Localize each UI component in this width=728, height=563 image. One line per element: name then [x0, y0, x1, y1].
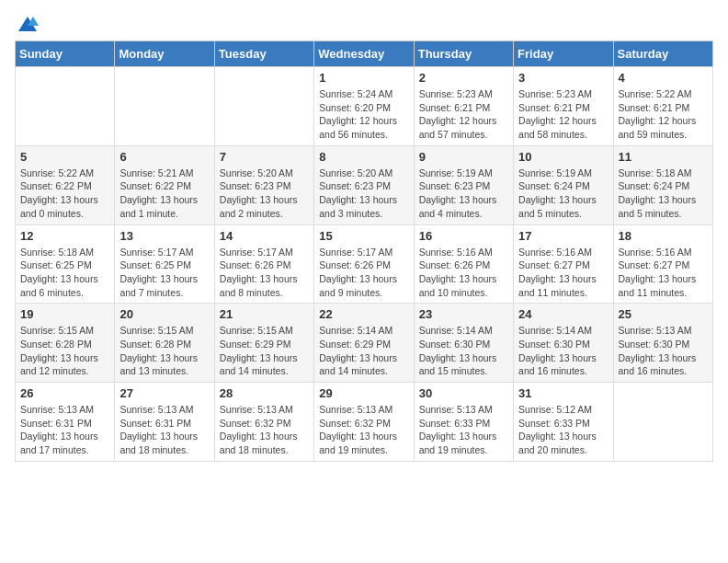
day-info: Sunrise: 5:17 AM Sunset: 6:25 PM Dayligh… — [119, 246, 209, 300]
day-info: Sunrise: 5:22 AM Sunset: 6:21 PM Dayligh… — [619, 87, 708, 142]
day-info: Sunrise: 5:13 AM Sunset: 6:30 PM Dayligh… — [619, 324, 708, 378]
calendar-header-thursday: Thursday — [414, 41, 513, 67]
day-info: Sunrise: 5:22 AM Sunset: 6:22 PM Dayligh… — [20, 167, 109, 221]
day-info: Sunrise: 5:19 AM Sunset: 6:23 PM Dayligh… — [419, 167, 508, 221]
calendar-table: SundayMondayTuesdayWednesdayThursdayFrid… — [15, 40, 713, 462]
day-number: 16 — [419, 229, 508, 243]
day-number: 6 — [119, 150, 209, 164]
day-info: Sunrise: 5:15 AM Sunset: 6:29 PM Dayligh… — [220, 324, 309, 378]
calendar-cell: 17Sunrise: 5:16 AM Sunset: 6:27 PM Dayli… — [514, 224, 613, 304]
calendar-cell: 1Sunrise: 5:24 AM Sunset: 6:20 PM Daylig… — [314, 67, 414, 146]
day-info: Sunrise: 5:15 AM Sunset: 6:28 PM Dayligh… — [20, 324, 109, 378]
calendar-cell: 7Sunrise: 5:20 AM Sunset: 6:23 PM Daylig… — [214, 145, 313, 224]
calendar-cell: 14Sunrise: 5:17 AM Sunset: 6:26 PM Dayli… — [214, 224, 313, 304]
day-info: Sunrise: 5:15 AM Sunset: 6:28 PM Dayligh… — [119, 324, 209, 378]
day-number: 25 — [619, 307, 708, 321]
day-number: 29 — [319, 386, 408, 400]
day-info: Sunrise: 5:13 AM Sunset: 6:32 PM Dayligh… — [319, 403, 408, 457]
calendar-week-4: 19Sunrise: 5:15 AM Sunset: 6:28 PM Dayli… — [16, 304, 713, 383]
calendar-cell: 15Sunrise: 5:17 AM Sunset: 6:26 PM Dayli… — [314, 224, 414, 304]
calendar-cell: 19Sunrise: 5:15 AM Sunset: 6:28 PM Dayli… — [16, 304, 115, 383]
logo — [15, 15, 39, 33]
calendar-header-sunday: Sunday — [16, 41, 115, 67]
day-number: 24 — [518, 307, 608, 321]
day-number: 15 — [319, 229, 408, 243]
day-info: Sunrise: 5:12 AM Sunset: 6:33 PM Dayligh… — [518, 403, 608, 457]
calendar-cell: 21Sunrise: 5:15 AM Sunset: 6:29 PM Dayli… — [214, 304, 313, 383]
day-info: Sunrise: 5:20 AM Sunset: 6:23 PM Dayligh… — [319, 167, 408, 221]
calendar-header-tuesday: Tuesday — [214, 41, 313, 67]
calendar-cell: 26Sunrise: 5:13 AM Sunset: 6:31 PM Dayli… — [16, 383, 115, 462]
calendar-cell: 25Sunrise: 5:13 AM Sunset: 6:30 PM Dayli… — [613, 304, 712, 383]
day-number: 13 — [119, 229, 209, 243]
calendar-cell: 6Sunrise: 5:21 AM Sunset: 6:22 PM Daylig… — [115, 145, 214, 224]
day-number: 27 — [119, 386, 209, 400]
calendar-cell: 13Sunrise: 5:17 AM Sunset: 6:25 PM Dayli… — [115, 224, 214, 304]
day-info: Sunrise: 5:13 AM Sunset: 6:33 PM Dayligh… — [419, 403, 508, 457]
calendar-week-3: 12Sunrise: 5:18 AM Sunset: 6:25 PM Dayli… — [16, 224, 713, 304]
day-info: Sunrise: 5:16 AM Sunset: 6:27 PM Dayligh… — [518, 246, 608, 300]
calendar-cell: 5Sunrise: 5:22 AM Sunset: 6:22 PM Daylig… — [16, 145, 115, 224]
calendar-week-1: 1Sunrise: 5:24 AM Sunset: 6:20 PM Daylig… — [16, 67, 713, 146]
calendar-header-wednesday: Wednesday — [314, 41, 414, 67]
day-info: Sunrise: 5:14 AM Sunset: 6:30 PM Dayligh… — [518, 324, 608, 378]
day-number: 19 — [20, 307, 109, 321]
day-number: 5 — [20, 150, 109, 164]
logo-icon — [17, 15, 39, 33]
day-number: 9 — [419, 150, 508, 164]
day-number: 23 — [419, 307, 508, 321]
calendar-cell — [613, 383, 712, 462]
day-number: 31 — [518, 386, 608, 400]
day-number: 18 — [619, 229, 708, 243]
day-number: 30 — [419, 386, 508, 400]
calendar-cell — [16, 67, 115, 146]
calendar-header-saturday: Saturday — [613, 41, 712, 67]
day-number: 7 — [220, 150, 309, 164]
calendar-cell: 31Sunrise: 5:12 AM Sunset: 6:33 PM Dayli… — [514, 383, 613, 462]
day-number: 14 — [220, 229, 309, 243]
day-number: 28 — [220, 386, 309, 400]
day-info: Sunrise: 5:17 AM Sunset: 6:26 PM Dayligh… — [319, 246, 408, 300]
day-info: Sunrise: 5:21 AM Sunset: 6:22 PM Dayligh… — [119, 167, 209, 221]
day-info: Sunrise: 5:13 AM Sunset: 6:31 PM Dayligh… — [119, 403, 209, 457]
calendar-cell: 10Sunrise: 5:19 AM Sunset: 6:24 PM Dayli… — [514, 145, 613, 224]
day-info: Sunrise: 5:24 AM Sunset: 6:20 PM Dayligh… — [319, 87, 408, 142]
calendar-cell: 11Sunrise: 5:18 AM Sunset: 6:24 PM Dayli… — [613, 145, 712, 224]
day-number: 26 — [20, 386, 109, 400]
day-info: Sunrise: 5:16 AM Sunset: 6:26 PM Dayligh… — [419, 246, 508, 300]
page-header — [15, 15, 713, 33]
calendar-cell: 22Sunrise: 5:14 AM Sunset: 6:29 PM Dayli… — [314, 304, 414, 383]
day-info: Sunrise: 5:17 AM Sunset: 6:26 PM Dayligh… — [220, 246, 309, 300]
calendar-cell: 20Sunrise: 5:15 AM Sunset: 6:28 PM Dayli… — [115, 304, 214, 383]
calendar-cell: 18Sunrise: 5:16 AM Sunset: 6:27 PM Dayli… — [613, 224, 712, 304]
calendar-cell: 9Sunrise: 5:19 AM Sunset: 6:23 PM Daylig… — [414, 145, 513, 224]
day-number: 4 — [619, 71, 708, 85]
calendar-body: 1Sunrise: 5:24 AM Sunset: 6:20 PM Daylig… — [16, 67, 713, 462]
day-info: Sunrise: 5:14 AM Sunset: 6:30 PM Dayligh… — [419, 324, 508, 378]
calendar-cell: 30Sunrise: 5:13 AM Sunset: 6:33 PM Dayli… — [414, 383, 513, 462]
day-number: 21 — [220, 307, 309, 321]
day-info: Sunrise: 5:18 AM Sunset: 6:24 PM Dayligh… — [619, 167, 708, 221]
day-info: Sunrise: 5:18 AM Sunset: 6:25 PM Dayligh… — [20, 246, 109, 300]
calendar-week-5: 26Sunrise: 5:13 AM Sunset: 6:31 PM Dayli… — [16, 383, 713, 462]
calendar-header-row: SundayMondayTuesdayWednesdayThursdayFrid… — [16, 41, 713, 67]
day-number: 2 — [419, 71, 508, 85]
day-info: Sunrise: 5:20 AM Sunset: 6:23 PM Dayligh… — [220, 167, 309, 221]
calendar-cell: 12Sunrise: 5:18 AM Sunset: 6:25 PM Dayli… — [16, 224, 115, 304]
day-number: 10 — [518, 150, 608, 164]
day-info: Sunrise: 5:14 AM Sunset: 6:29 PM Dayligh… — [319, 324, 408, 378]
calendar-cell: 29Sunrise: 5:13 AM Sunset: 6:32 PM Dayli… — [314, 383, 414, 462]
day-number: 3 — [518, 71, 608, 85]
calendar-cell — [115, 67, 214, 146]
day-info: Sunrise: 5:23 AM Sunset: 6:21 PM Dayligh… — [419, 87, 508, 142]
day-number: 22 — [319, 307, 408, 321]
day-number: 17 — [518, 229, 608, 243]
day-info: Sunrise: 5:13 AM Sunset: 6:31 PM Dayligh… — [20, 403, 109, 457]
calendar-header-monday: Monday — [115, 41, 214, 67]
calendar-week-2: 5Sunrise: 5:22 AM Sunset: 6:22 PM Daylig… — [16, 145, 713, 224]
calendar-cell: 27Sunrise: 5:13 AM Sunset: 6:31 PM Dayli… — [115, 383, 214, 462]
calendar-cell: 24Sunrise: 5:14 AM Sunset: 6:30 PM Dayli… — [514, 304, 613, 383]
calendar-cell: 4Sunrise: 5:22 AM Sunset: 6:21 PM Daylig… — [613, 67, 712, 146]
calendar-cell: 23Sunrise: 5:14 AM Sunset: 6:30 PM Dayli… — [414, 304, 513, 383]
calendar-cell: 28Sunrise: 5:13 AM Sunset: 6:32 PM Dayli… — [214, 383, 313, 462]
